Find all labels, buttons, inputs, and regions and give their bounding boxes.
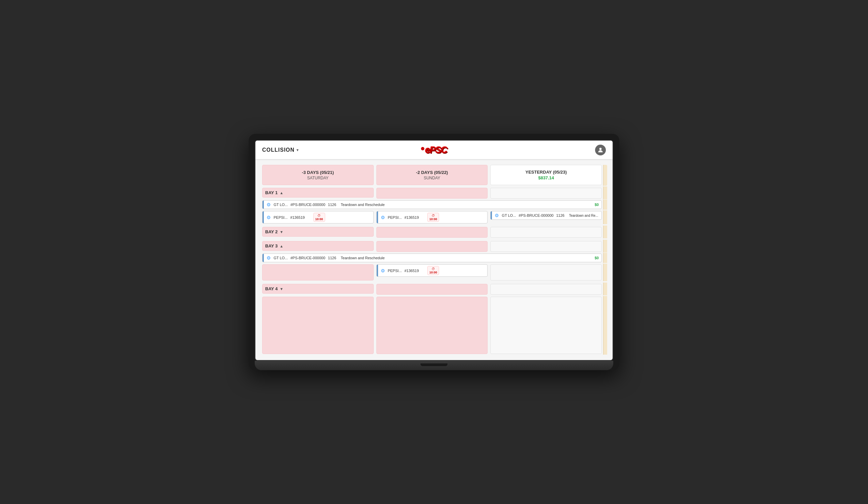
bay3-col2-empty	[376, 241, 488, 252]
pepsi3-name: PEPSI...	[388, 269, 402, 273]
svg-point-0	[599, 148, 602, 150]
bay3-sub-row: ⚙ PEPSI... #136519 ⏱ 10:00	[261, 264, 607, 281]
gear-icon-bay1[interactable]: ⚙	[267, 202, 271, 207]
bay2-label: BAY 2	[265, 229, 278, 234]
bay3-fullspan-row: ⚙ GT LO... #PS-BRUCE-000000 1126 Teardow…	[261, 253, 607, 263]
logo-text: ePSC	[425, 145, 447, 155]
bay3-header: BAY 3 ▲	[262, 241, 374, 251]
scrollbar-spacer-4	[603, 225, 607, 238]
main-content: -3 DAYS (05/21) SATURDAY -2 DAYS (05/22)…	[256, 160, 612, 360]
left-accent-3	[377, 211, 378, 223]
bay2-header-row: BAY 2 ▼	[261, 225, 607, 238]
bay4-large-area	[261, 296, 607, 355]
bay1-col2-pepsi[interactable]: ⚙ PEPSI... #136519 ⏱ 10:00	[376, 211, 488, 223]
scrollbar-spacer-7	[603, 264, 607, 281]
gt1-num: 1126	[556, 213, 566, 218]
gear-icon-pepsi2[interactable]: ⚙	[381, 215, 385, 220]
bay3-arrow[interactable]: ▲	[280, 244, 283, 248]
col1-day: SATURDAY	[307, 175, 329, 180]
gear-icon-pepsi3[interactable]: ⚙	[381, 268, 385, 273]
pepsi1-name: PEPSI...	[273, 215, 288, 220]
time-badge-3: ⏱ 10:00	[427, 266, 439, 275]
gear-icon-bay3[interactable]: ⚙	[267, 255, 271, 261]
column-3: YESTERDAY (05/23) $837.14	[489, 165, 603, 186]
bay1-sub-row: ⚙ PEPSI... #136519 ⏱ 10:00 ⚙	[261, 210, 607, 224]
collision-dropdown-arrow[interactable]: ▾	[297, 148, 299, 152]
pepsi3-id: #136519	[404, 269, 425, 273]
col2-day: SUNDAY	[424, 175, 440, 180]
gt1-desc: Teardown and Re...	[569, 214, 599, 218]
bay4-col2-empty	[376, 284, 488, 295]
wo-id-bay3: #PS-BRUCE-000000	[290, 256, 325, 260]
scrollbar-spacer-3	[603, 210, 607, 224]
wo-amount-bay3: $0	[595, 256, 599, 260]
column-1: -3 DAYS (05/21) SATURDAY	[261, 165, 375, 186]
pepsi2-id: #136519	[404, 215, 425, 220]
bay4-col2-large	[376, 297, 488, 354]
bay3-col2-pepsi[interactable]: ⚙ PEPSI... #136519 ⏱ 10:00	[376, 264, 488, 277]
logo: ePSC	[421, 145, 447, 155]
bay2-col3-empty	[490, 227, 602, 238]
bay4-header-row: BAY 4 ▼	[261, 283, 607, 295]
gear-icon-pepsi1[interactable]: ⚙	[267, 215, 271, 220]
left-accent	[262, 201, 264, 209]
left-accent-6	[377, 265, 378, 276]
wo-num-bay3: 1126	[328, 256, 338, 260]
laptop-outer: COLLISION ▾ ePSC -3 DAYS (05/21)	[249, 134, 619, 370]
bay4-col1-large	[262, 297, 374, 354]
wo-amount-bay1: $0	[595, 203, 599, 206]
scrollbar-spacer-6	[603, 253, 607, 263]
bay1-fullspan-row: ⚙ GT LO... #PS-BRUCE-000000 1126 Teardow…	[261, 200, 607, 210]
header: COLLISION ▾ ePSC	[256, 141, 612, 160]
col3-date: YESTERDAY (05/23)	[525, 170, 567, 175]
time-badge-1: ⏱ 10:00	[313, 213, 325, 222]
bay2-arrow[interactable]: ▼	[280, 230, 283, 234]
wo-num-bay1: 1126	[328, 203, 338, 206]
gt1-id: #PS-BRUCE-000000	[519, 213, 553, 218]
wo-id-bay1: #PS-BRUCE-000000	[290, 203, 325, 206]
wo-desc-bay3: Teardown and Reschedule	[341, 256, 592, 260]
wo-name-bay1: GT LO...	[273, 203, 288, 206]
laptop-notch	[421, 363, 447, 366]
bay1-header-row: BAY 1 ▲	[261, 187, 607, 199]
bay2-col2-empty	[376, 227, 488, 238]
bay4-header: BAY 4 ▼	[262, 284, 374, 294]
laptop-screen: COLLISION ▾ ePSC -3 DAYS (05/21)	[255, 140, 613, 361]
bay3-col1-empty	[262, 264, 374, 281]
bay1-col2-empty	[376, 188, 488, 199]
bay3-wo-row[interactable]: ⚙ GT LO... #PS-BRUCE-000000 1126 Teardow…	[262, 253, 602, 262]
col-header-1: -3 DAYS (05/21) SATURDAY	[262, 165, 374, 185]
bay4-arrow[interactable]: ▼	[280, 287, 283, 291]
gear-icon-gt1[interactable]: ⚙	[495, 213, 499, 218]
time-val-2: 10:00	[429, 218, 437, 221]
pepsi2-name: PEPSI...	[388, 215, 402, 220]
wo-desc-bay1: Teardown and Reschedule	[341, 203, 592, 206]
laptop-base	[255, 361, 613, 370]
scrollbar-spacer-5	[603, 240, 607, 252]
clock-icon-2: ⏱	[432, 214, 435, 218]
header-left: COLLISION ▾	[262, 147, 299, 153]
gt1-name: GT LO...	[502, 213, 516, 218]
bay1-arrow[interactable]: ▲	[280, 191, 283, 195]
column-2: -2 DAYS (05/22) SUNDAY	[375, 165, 489, 186]
app: COLLISION ▾ ePSC -3 DAYS (05/21)	[256, 141, 612, 360]
col1-date: -3 DAYS (05/21)	[302, 170, 334, 175]
scrollbar[interactable]	[603, 165, 607, 186]
col-header-2: -2 DAYS (05/22) SUNDAY	[376, 165, 488, 185]
bay4-col3-large	[490, 297, 602, 354]
wo-name-bay3: GT LO...	[273, 256, 288, 260]
bay4-col3-empty	[490, 284, 602, 295]
scrollbar-spacer-1	[603, 187, 607, 199]
collision-label[interactable]: COLLISION	[262, 147, 294, 153]
time-val-1: 10:00	[316, 218, 323, 221]
time-badge-2: ⏱ 10:00	[427, 213, 439, 222]
scrollbar-spacer-2	[603, 200, 607, 210]
bay1-col3-gt[interactable]: ⚙ GT LO... #PS-BRUCE-000000 1126 Teardow…	[490, 211, 602, 220]
bay1-wo-row[interactable]: ⚙ GT LO... #PS-BRUCE-000000 1126 Teardow…	[262, 200, 602, 209]
left-accent-2	[262, 211, 264, 223]
bay1-label: BAY 1	[265, 190, 278, 195]
bay3-col3-empty	[490, 241, 602, 252]
bay1-col1-pepsi[interactable]: ⚙ PEPSI... #136519 ⏱ 10:00	[262, 211, 374, 223]
user-avatar[interactable]	[595, 145, 606, 155]
bay1-col3-empty	[490, 188, 602, 199]
